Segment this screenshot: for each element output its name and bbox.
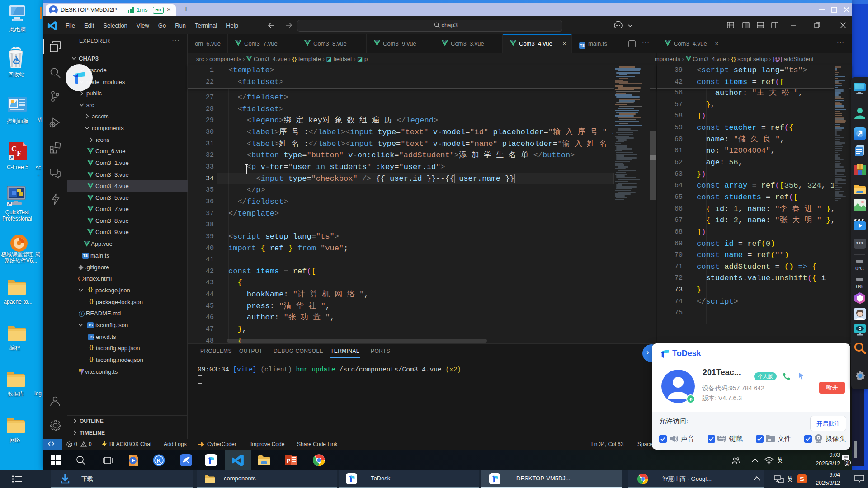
svg-text:F: F [17,149,21,158]
svg-text:C: C [11,145,17,153]
svg-text:K: K [157,457,161,464]
svg-text:P: P [287,457,291,464]
